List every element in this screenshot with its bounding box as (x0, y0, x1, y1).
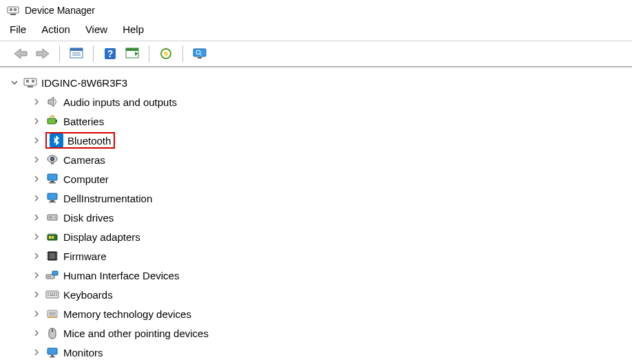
window-title: Device Manager (25, 5, 95, 16)
tree-item-label: Firmware (63, 250, 107, 262)
chevron-right-icon[interactable] (32, 213, 41, 222)
memory-icon (45, 307, 59, 321)
tree-item-label: Human Interface Devices (63, 270, 179, 281)
tree-item-disk[interactable]: Disk drives (32, 208, 632, 227)
tree-item-label: DellInstrumentation (63, 193, 152, 204)
svg-point-26 (52, 158, 53, 160)
svg-rect-5 (70, 48, 83, 51)
tree-item-hid[interactable]: Human Interface Devices (32, 266, 632, 285)
chevron-right-icon[interactable] (32, 290, 41, 299)
svg-rect-11 (126, 48, 138, 51)
tree-item-monitors[interactable]: Monitors (32, 343, 632, 362)
tree-item-keyboards[interactable]: Keyboards (32, 285, 632, 304)
chevron-right-icon[interactable] (32, 328, 41, 338)
svg-rect-30 (49, 182, 56, 184)
svg-rect-32 (50, 200, 54, 202)
camera-icon (45, 153, 59, 167)
chevron-right-icon[interactable] (32, 193, 41, 203)
tree-item-computer[interactable]: Computer (32, 169, 632, 189)
chevron-right-icon[interactable] (32, 136, 41, 145)
tree-item-label: Mice and other pointing devices (63, 328, 209, 339)
speaker-icon (45, 95, 59, 109)
tree-item-mice[interactable]: Mice and other pointing devices (32, 323, 632, 343)
bluetooth-icon (50, 133, 63, 147)
svg-rect-27 (51, 162, 54, 164)
svg-rect-21 (28, 86, 33, 87)
tree-item-dell[interactable]: DellInstrumentation (32, 189, 632, 208)
tree-item-audio[interactable]: Audio inputs and outputs (32, 92, 632, 111)
chevron-right-icon[interactable] (32, 270, 41, 280)
chevron-down-icon[interactable] (10, 78, 19, 87)
hid-icon (45, 268, 59, 282)
svg-rect-20 (32, 80, 34, 83)
menu-help[interactable]: Help (123, 23, 144, 35)
svg-rect-29 (50, 181, 54, 182)
tree-item-cameras[interactable]: Cameras (32, 150, 632, 169)
svg-rect-55 (50, 276, 51, 277)
svg-rect-62 (48, 295, 49, 296)
monitor-icon[interactable] (191, 45, 208, 62)
svg-rect-1 (10, 8, 12, 11)
device-manager-icon (7, 4, 19, 17)
svg-rect-28 (48, 174, 57, 180)
dell-icon (45, 191, 59, 205)
menu-file[interactable]: File (10, 23, 26, 35)
svg-rect-57 (48, 292, 49, 294)
update-driver-icon[interactable] (158, 45, 174, 62)
tree-item-memory[interactable]: Memory technology devices (32, 304, 632, 323)
computer-root-icon (23, 76, 37, 89)
tree-children: Audio inputs and outputs Batteries Bluet… (10, 92, 632, 362)
tree-item-label: Bluetooth (67, 135, 111, 147)
svg-rect-31 (48, 193, 57, 200)
menu-view[interactable]: View (85, 23, 107, 35)
svg-rect-54 (48, 276, 49, 277)
chevron-right-icon[interactable] (32, 232, 41, 242)
tree-item-label: Disk drives (63, 212, 114, 224)
highlighted-selection: Bluetooth (45, 132, 115, 149)
chevron-right-icon[interactable] (32, 116, 41, 126)
battery-icon (45, 114, 59, 128)
svg-rect-38 (49, 236, 51, 239)
svg-rect-0 (8, 7, 19, 13)
chevron-right-icon[interactable] (32, 97, 41, 107)
svg-rect-63 (50, 295, 55, 296)
svg-point-13 (164, 52, 168, 56)
tree-item-bluetooth[interactable]: Bluetooth (32, 131, 632, 150)
chevron-right-icon[interactable] (32, 347, 41, 357)
tree-item-batteries[interactable]: Batteries (32, 111, 632, 131)
svg-rect-23 (56, 120, 57, 122)
svg-point-35 (54, 217, 56, 218)
menubar: File Action View Help (0, 19, 632, 41)
svg-rect-19 (26, 80, 29, 83)
tree-item-label: Keyboards (63, 289, 113, 301)
help-icon[interactable]: ? (102, 45, 118, 62)
toolbar: ? (0, 41, 632, 67)
svg-rect-53 (52, 271, 58, 275)
svg-rect-2 (14, 8, 17, 11)
tree-item-label: Cameras (63, 154, 105, 166)
chevron-right-icon[interactable] (32, 309, 41, 319)
tree-item-label: Audio inputs and outputs (63, 96, 177, 108)
scan-icon[interactable] (124, 45, 140, 62)
tree-item-label: Memory technology devices (63, 308, 191, 320)
back-arrow-icon[interactable] (12, 45, 29, 62)
properties-icon[interactable] (68, 45, 85, 62)
svg-rect-60 (54, 292, 55, 294)
svg-rect-15 (198, 57, 202, 58)
firmware-icon (45, 249, 59, 263)
tree-item-label: Monitors (63, 347, 103, 358)
chevron-right-icon[interactable] (32, 251, 41, 261)
svg-rect-45 (50, 253, 55, 259)
tree-item-label: Display adapters (63, 231, 140, 243)
tree-item-firmware[interactable]: Firmware (32, 246, 632, 266)
svg-rect-66 (49, 312, 56, 316)
tree-root[interactable]: IDGINC-8W6R3F3 (10, 73, 632, 92)
tree-item-label: Computer (63, 173, 109, 185)
svg-rect-33 (49, 202, 56, 203)
menu-action[interactable]: Action (41, 23, 70, 35)
tree-item-display[interactable]: Display adapters (32, 227, 632, 246)
svg-rect-58 (50, 292, 51, 294)
chevron-right-icon[interactable] (32, 155, 41, 164)
chevron-right-icon[interactable] (32, 174, 41, 184)
forward-arrow-icon[interactable] (34, 45, 51, 62)
